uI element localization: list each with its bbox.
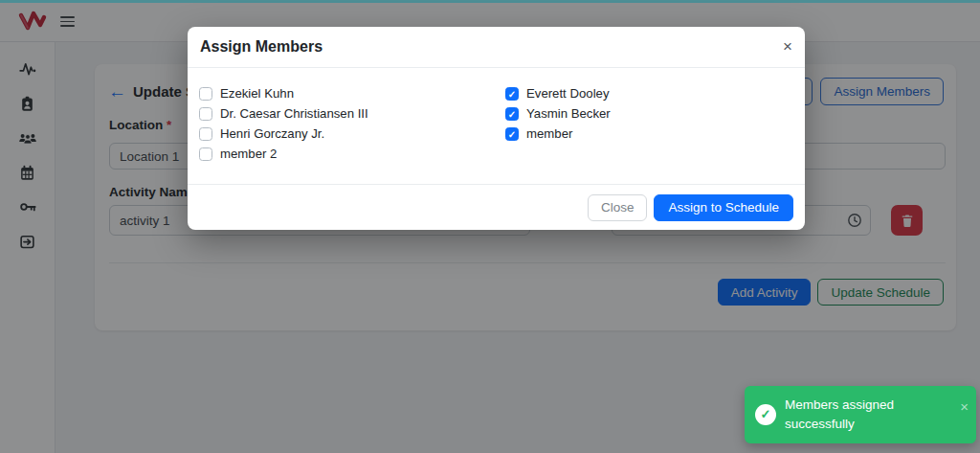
assign-members-modal: Assign Members × Ezekiel Kuhn Dr. Caesar… <box>188 27 805 230</box>
member-checkbox[interactable] <box>505 87 519 101</box>
member-name: Ezekiel Kuhn <box>220 86 294 101</box>
member-name: member 2 <box>220 147 277 161</box>
member-name: Yasmin Becker <box>526 106 611 121</box>
member-name: member <box>526 126 572 141</box>
member-name: Dr. Caesar Christiansen III <box>220 106 368 121</box>
assign-to-schedule-button[interactable]: Assign to Schedule <box>654 194 793 221</box>
member-checkbox[interactable] <box>505 127 519 141</box>
member-name: Everett Dooley <box>526 86 610 101</box>
modal-close-button[interactable]: Close <box>588 194 648 221</box>
modal-title: Assign Members <box>200 27 323 67</box>
toast-close-icon[interactable]: × <box>960 398 969 415</box>
member-checkbox[interactable] <box>505 107 519 121</box>
member-row[interactable]: member <box>505 124 792 144</box>
modal-header: Assign Members × <box>188 27 805 68</box>
member-row[interactable]: Ezekiel Kuhn <box>199 83 486 103</box>
top-accent-bar <box>0 0 980 3</box>
success-toast: Members assigned successfully × <box>745 386 976 443</box>
toast-message: Members assigned successfully <box>785 396 930 434</box>
check-circle-icon <box>755 404 776 425</box>
member-column-left: Ezekiel Kuhn Dr. Caesar Christiansen III… <box>199 83 486 164</box>
modal-close-icon[interactable]: × <box>783 34 792 59</box>
modal-footer: Close Assign to Schedule <box>188 184 805 230</box>
member-checkbox[interactable] <box>199 87 212 101</box>
member-row[interactable]: member 2 <box>199 144 486 164</box>
member-row[interactable]: Yasmin Becker <box>505 103 792 124</box>
member-checkbox[interactable] <box>199 127 212 141</box>
member-row[interactable]: Henri Gorczany Jr. <box>199 124 486 144</box>
member-row[interactable]: Dr. Caesar Christiansen III <box>199 103 486 124</box>
member-checkbox[interactable] <box>199 107 212 121</box>
member-column-right: Everett Dooley Yasmin Becker member <box>505 83 792 144</box>
member-checkbox[interactable] <box>199 147 212 161</box>
member-name: Henri Gorczany Jr. <box>220 126 324 141</box>
member-row[interactable]: Everett Dooley <box>505 83 792 103</box>
modal-body: Ezekiel Kuhn Dr. Caesar Christiansen III… <box>199 68 793 184</box>
